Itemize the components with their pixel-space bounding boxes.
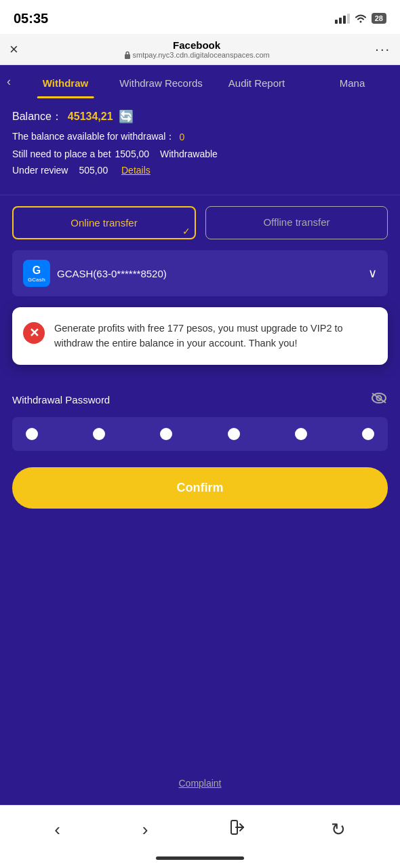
nav-refresh-button[interactable]: ↻ xyxy=(321,816,355,843)
online-transfer-button[interactable]: Online transfer ✓ xyxy=(12,206,196,239)
account-info: G GCash GCASH(63-0******8520) xyxy=(23,260,167,287)
svg-point-4 xyxy=(359,21,361,23)
eye-icon[interactable] xyxy=(370,392,388,408)
lock-icon xyxy=(124,51,131,59)
browser-url: smtpay.nyc3.cdn.digitaloceanspaces.com xyxy=(124,51,270,59)
account-name: GCASH(63-0******8520) xyxy=(57,268,167,279)
browser-bar: × Facebook smtpay.nyc3.cdn.digitaloceans… xyxy=(0,34,400,65)
available-value: 0 xyxy=(179,132,184,142)
confirm-section: Confirm xyxy=(0,451,400,522)
password-dot-5 xyxy=(295,428,307,440)
offline-transfer-button[interactable]: Offline transfer xyxy=(205,206,388,239)
wifi-icon xyxy=(354,13,367,24)
app-container: ‹ Withdraw Withdraw Records Audit Report… xyxy=(0,65,400,805)
password-label: Withdrawal Password xyxy=(12,394,110,406)
available-row: The balance available for withdrawal： 0 xyxy=(12,131,388,143)
nav-share-button[interactable] xyxy=(220,815,258,844)
bottom-filler: Complaint xyxy=(0,522,400,805)
chevron-down-icon: ∨ xyxy=(368,266,377,281)
account-selector[interactable]: G GCash GCASH(63-0******8520) ∨ xyxy=(12,250,388,296)
tabs: ‹ Withdraw Withdraw Records Audit Report… xyxy=(0,65,400,98)
browser-info: Facebook smtpay.nyc3.cdn.digitaloceanspa… xyxy=(25,39,368,59)
status-time: 05:35 xyxy=(14,11,48,26)
svg-rect-2 xyxy=(343,16,346,24)
balance-value: 45134,21 xyxy=(68,111,113,123)
bet-row: Still need to place a bet 1505,00 Withdr… xyxy=(12,149,388,159)
popup-text: Generate profits with free 177 pesos, yo… xyxy=(54,321,374,351)
tab-audit-report[interactable]: Audit Report xyxy=(209,65,304,98)
home-indicator xyxy=(0,851,400,868)
browser-close-button[interactable]: × xyxy=(9,41,18,58)
balance-row: Balance： 45134,21 🔄 xyxy=(12,109,388,124)
browser-title: Facebook xyxy=(173,39,220,51)
browser-more-button[interactable]: ··· xyxy=(375,41,391,57)
confirm-button[interactable]: Confirm xyxy=(12,467,388,509)
password-dot-1 xyxy=(26,428,38,440)
complaint-link[interactable]: Complaint xyxy=(178,778,221,789)
tab-mana[interactable]: Mana xyxy=(304,65,400,98)
battery-level: 28 xyxy=(372,13,386,24)
checkmark-icon: ✓ xyxy=(182,226,191,237)
svg-rect-1 xyxy=(339,18,342,24)
password-header: Withdrawal Password xyxy=(12,392,388,408)
popup-wrapper: ✕ Generate profits with free 177 pesos, … xyxy=(0,307,400,378)
tab-withdraw[interactable]: Withdraw xyxy=(18,65,113,98)
nav-back-button[interactable]: ‹ xyxy=(45,816,70,843)
currency-icon: 🔄 xyxy=(119,109,134,124)
svg-rect-5 xyxy=(125,54,130,59)
account-section: G GCash GCASH(63-0******8520) ∨ xyxy=(0,250,400,307)
password-dot-4 xyxy=(228,428,240,440)
gcash-icon: G GCash xyxy=(23,260,50,287)
nav-forward-button[interactable]: › xyxy=(133,816,158,843)
password-dot-2 xyxy=(93,428,105,440)
popup-message: ✕ Generate profits with free 177 pesos, … xyxy=(12,307,388,365)
transfer-section: Online transfer ✓ Offline transfer xyxy=(0,195,400,250)
svg-rect-0 xyxy=(335,20,338,24)
info-section: Balance： 45134,21 🔄 The balance availabl… xyxy=(0,98,400,195)
password-section: Withdrawal Password xyxy=(0,378,400,451)
details-link[interactable]: Details xyxy=(121,165,151,176)
nav-bar: ‹ › ↻ xyxy=(0,805,400,851)
home-bar xyxy=(156,856,244,860)
password-dot-6 xyxy=(362,428,374,440)
tab-left-arrow[interactable]: ‹ xyxy=(0,65,18,98)
balance-label: Balance： xyxy=(12,110,62,124)
status-icons: 28 xyxy=(335,13,386,24)
svg-rect-3 xyxy=(347,14,350,24)
password-dot-3 xyxy=(160,428,172,440)
password-input[interactable] xyxy=(12,417,388,451)
signal-icon xyxy=(335,13,350,24)
tab-withdraw-records[interactable]: Withdraw Records xyxy=(113,65,209,98)
review-row: Under review 505,00 Details xyxy=(12,165,388,176)
error-icon: ✕ xyxy=(23,322,45,344)
status-bar: 05:35 28 xyxy=(0,0,400,34)
